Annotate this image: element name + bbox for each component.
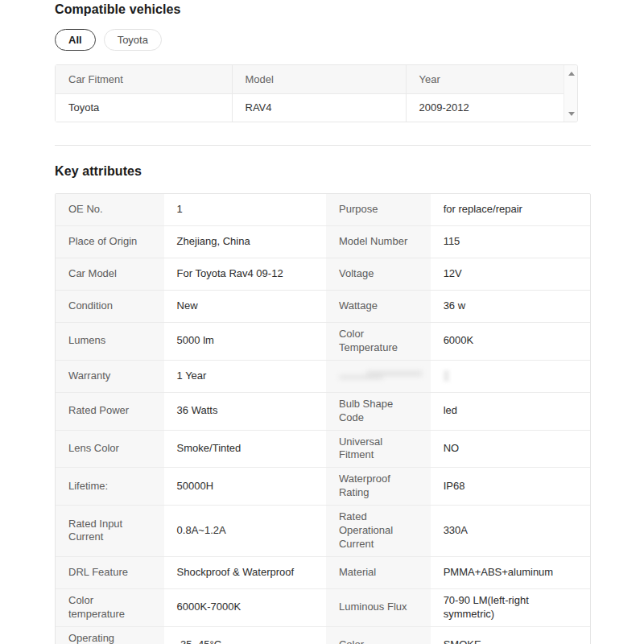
attribute-value: 5000 lm bbox=[164, 323, 326, 360]
attribute-value: 1 bbox=[164, 194, 326, 225]
cell-car-fitment: Toyota bbox=[56, 93, 232, 122]
attribute-label: Place of Origin bbox=[56, 226, 164, 258]
attribute-row: Rated Input Current 0.8A~1.2A Rated Oper… bbox=[56, 506, 590, 557]
attribute-label bbox=[326, 361, 431, 392]
attribute-value: led bbox=[431, 393, 590, 430]
attribute-value bbox=[431, 361, 590, 392]
key-attributes-heading: Key attributes bbox=[55, 164, 142, 179]
cell-year: 2009-2012 bbox=[406, 93, 565, 122]
attribute-label: DRL Feature bbox=[56, 557, 164, 588]
attribute-row: Lens Color Smoke/Tinted Universal Fitmen… bbox=[56, 431, 590, 469]
attribute-label: Purpose bbox=[326, 194, 431, 225]
attribute-label: Car Model bbox=[56, 258, 164, 290]
attribute-value: 6000K bbox=[431, 323, 590, 360]
attribute-label: Rated Operational Current bbox=[326, 506, 431, 556]
key-attributes-table: OE No. 1 Purpose for replace/repair Plac… bbox=[55, 193, 591, 644]
attribute-label: Luminous Flux bbox=[326, 589, 431, 626]
attribute-label: OE No. bbox=[56, 194, 164, 225]
column-header-car-fitment: Car Fitment bbox=[56, 65, 232, 93]
attribute-label: Waterproof Rating bbox=[326, 468, 431, 505]
attribute-label: Color bbox=[326, 627, 431, 644]
attribute-label: Wattage bbox=[326, 291, 431, 322]
table-scrollbar[interactable] bbox=[564, 65, 577, 122]
cell-model: RAV4 bbox=[232, 93, 406, 122]
attribute-value: SMOKE bbox=[431, 627, 590, 644]
compatible-vehicles-table: Car Fitment Model Year Toyota RAV4 2009-… bbox=[55, 64, 578, 122]
scroll-down-button[interactable] bbox=[564, 107, 578, 120]
table-header-row: Car Fitment Model Year bbox=[56, 65, 565, 93]
attribute-row: OE No. 1 Purpose for replace/repair bbox=[56, 194, 590, 226]
attribute-label: Lens Color bbox=[56, 431, 164, 468]
scroll-up-button[interactable] bbox=[564, 67, 578, 80]
attribute-value: 330A bbox=[431, 506, 590, 556]
blurred-text-placeholder bbox=[444, 370, 449, 382]
attribute-label: Lumens bbox=[56, 323, 164, 360]
attribute-label: Condition bbox=[56, 291, 164, 322]
attribute-label: Model Number bbox=[326, 226, 431, 258]
attribute-label: Rated Input Current bbox=[56, 506, 164, 556]
attribute-label: Operating Temperature bbox=[56, 627, 164, 644]
attribute-row: DRL Feature Shockproof & Waterproof Mate… bbox=[56, 557, 590, 589]
attribute-row: Lifetime: 50000H Waterproof Rating IP68 bbox=[56, 468, 590, 506]
attribute-row: Warranty 1 Year bbox=[56, 361, 590, 393]
attribute-label: Material bbox=[326, 557, 431, 588]
blurred-text-placeholder bbox=[339, 370, 418, 382]
attribute-label: Lifetime: bbox=[56, 468, 164, 505]
compatible-vehicles-heading: Compatible vehicles bbox=[55, 2, 591, 17]
attribute-row: Car Model For Toyota Rav4 09-12 Voltage … bbox=[56, 258, 590, 291]
attribute-label: Warranty bbox=[56, 361, 164, 392]
attribute-row: Rated Power 36 Watts Bulb Shape Code led bbox=[56, 393, 590, 431]
attribute-value: IP68 bbox=[431, 468, 590, 505]
attribute-value: 6000K-7000K bbox=[164, 589, 326, 626]
attribute-label: Color temperature bbox=[56, 589, 164, 626]
attribute-value: New bbox=[164, 291, 326, 322]
attribute-value: 70-90 LM(left-right symmetric) bbox=[431, 589, 590, 626]
attribute-row: Operating Temperature -35~45°C Color SMO… bbox=[56, 627, 590, 644]
attribute-row: Color temperature 6000K-7000K Luminous F… bbox=[56, 589, 590, 627]
section-divider bbox=[55, 145, 591, 146]
attribute-row: Lumens 5000 lm Color Temperature 6000K bbox=[56, 323, 590, 361]
triangle-down-icon bbox=[568, 112, 575, 116]
attribute-value: 36 Watts bbox=[164, 393, 326, 430]
attribute-value: 12V bbox=[431, 258, 590, 290]
vehicle-filter-row: All Toyota bbox=[55, 29, 591, 51]
filter-pill-all[interactable]: All bbox=[55, 29, 96, 51]
attribute-label: Color Temperature bbox=[326, 323, 431, 360]
attribute-label: Universal Fitment bbox=[326, 431, 431, 468]
attribute-value: 50000H bbox=[164, 468, 326, 505]
compatible-vehicles-section: Compatible vehicles All Toyota Car Fitme… bbox=[55, 0, 591, 122]
attribute-label: Rated Power bbox=[56, 393, 164, 430]
attribute-row: Condition New Wattage 36 w bbox=[56, 291, 590, 323]
attribute-value: NO bbox=[431, 431, 590, 468]
attribute-value: PMMA+ABS+aluminum bbox=[431, 557, 590, 588]
attribute-value: 36 w bbox=[431, 291, 590, 322]
triangle-up-icon bbox=[568, 72, 575, 76]
table-row: Toyota RAV4 2009-2012 bbox=[56, 93, 565, 122]
attribute-value: Zhejiang, China bbox=[164, 226, 326, 258]
attribute-value: 115 bbox=[431, 226, 590, 258]
column-header-model: Model bbox=[232, 65, 406, 93]
product-attributes-page: Compatible vehicles All Toyota Car Fitme… bbox=[0, 0, 644, 644]
attribute-label: Voltage bbox=[326, 258, 431, 290]
attribute-label: Bulb Shape Code bbox=[326, 393, 431, 430]
filter-pill-toyota[interactable]: Toyota bbox=[104, 29, 162, 51]
attribute-value: 1 Year bbox=[164, 361, 326, 392]
attribute-value: Smoke/Tinted bbox=[164, 431, 326, 468]
attribute-value: Shockproof & Waterproof bbox=[164, 557, 326, 588]
attribute-value: -35~45°C bbox=[164, 627, 326, 644]
attribute-value: For Toyota Rav4 09-12 bbox=[164, 258, 326, 290]
attribute-row: Place of Origin Zhejiang, China Model Nu… bbox=[56, 226, 590, 258]
attribute-value: for replace/repair bbox=[431, 194, 590, 225]
attribute-value: 0.8A~1.2A bbox=[164, 506, 326, 556]
column-header-year: Year bbox=[406, 65, 565, 93]
